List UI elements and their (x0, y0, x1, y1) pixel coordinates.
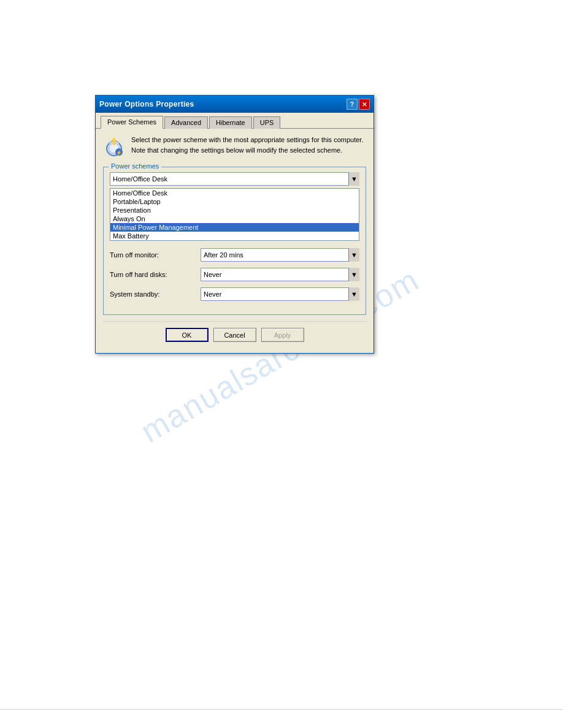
ok-button[interactable]: OK (166, 328, 209, 342)
monitor-dropdown[interactable]: After 1 min After 2 mins After 5 mins Af… (201, 248, 359, 262)
monitor-label: Turn off monitor: (110, 251, 196, 259)
tab-bar: Power Schemes Advanced Hibernate UPS (96, 113, 373, 129)
power-icon: ⚡ (103, 136, 125, 158)
apply-button[interactable]: Apply (261, 328, 304, 342)
help-button[interactable]: ? (347, 99, 358, 110)
title-bar-buttons: ? ✕ (347, 99, 370, 110)
list-item[interactable]: Always On (110, 214, 359, 223)
list-item-selected[interactable]: Minimal Power Management (110, 223, 359, 232)
settings-row-harddisk: Turn off hard disks: After 1 min After 3… (110, 268, 359, 281)
scheme-dropdown-wrapper: Home/Office Desk Portable/Laptop Present… (110, 172, 359, 186)
settings-row-standby: System standby: After 1 min After 2 mins… (110, 287, 359, 301)
tab-advanced[interactable]: Advanced (164, 116, 208, 129)
svg-text:⚡: ⚡ (116, 150, 122, 156)
settings-row-monitor: Turn off monitor: After 1 min After 2 mi… (110, 248, 359, 262)
title-bar: Power Options Properties ? ✕ (96, 96, 373, 113)
list-item[interactable]: Max Battery (110, 232, 359, 240)
svg-rect-2 (113, 138, 115, 145)
dialog-content: ⚡ Select the power scheme with the most … (96, 129, 373, 353)
standby-label: System standby: (110, 290, 196, 298)
group-box-label: Power schemes (109, 162, 161, 170)
tab-power-schemes[interactable]: Power Schemes (101, 116, 163, 129)
power-schemes-group: Power schemes Home/Office Desk Portable/… (103, 167, 366, 315)
scheme-dropdown[interactable]: Home/Office Desk Portable/Laptop Present… (110, 172, 359, 186)
list-item[interactable]: Presentation (110, 206, 359, 214)
dialog-title: Power Options Properties (99, 100, 194, 108)
power-options-dialog: Power Options Properties ? ✕ Power Schem… (95, 95, 374, 354)
scheme-dropdown-row: Home/Office Desk Portable/Laptop Present… (110, 172, 359, 186)
harddisk-dropdown[interactable]: After 1 min After 3 mins After 5 mins Af… (201, 268, 359, 281)
harddisk-label: Turn off hard disks: (110, 271, 196, 278)
list-item[interactable]: Home/Office Desk (110, 189, 359, 197)
tab-ups[interactable]: UPS (253, 116, 281, 129)
standby-dropdown-wrapper: After 1 min After 2 mins After 5 mins Af… (201, 287, 359, 301)
close-button[interactable]: ✕ (359, 99, 370, 110)
monitor-dropdown-wrapper: After 1 min After 2 mins After 5 mins Af… (201, 248, 359, 262)
cancel-button[interactable]: Cancel (213, 328, 256, 342)
button-row: OK Cancel Apply (103, 321, 366, 346)
tab-hibernate[interactable]: Hibernate (209, 116, 252, 129)
harddisk-dropdown-wrapper: After 1 min After 3 mins After 5 mins Af… (201, 268, 359, 281)
info-text: Select the power scheme with the most ap… (131, 135, 366, 155)
bottom-rule (0, 709, 563, 710)
scheme-listbox[interactable]: Home/Office Desk Portable/Laptop Present… (110, 188, 359, 241)
info-section: ⚡ Select the power scheme with the most … (103, 135, 366, 158)
list-item[interactable]: Portable/Laptop (110, 197, 359, 206)
standby-dropdown[interactable]: After 1 min After 2 mins After 5 mins Af… (201, 287, 359, 301)
